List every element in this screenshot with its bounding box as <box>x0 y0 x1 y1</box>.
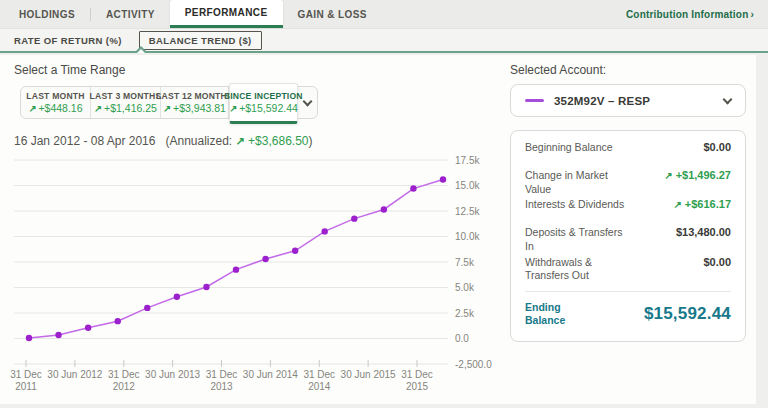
svg-text:12.5k: 12.5k <box>455 206 480 217</box>
summary-amount: +$616.17 <box>685 198 731 210</box>
svg-text:17.5k: 17.5k <box>455 155 480 166</box>
contribution-information-link[interactable]: Contribution Information› <box>626 9 754 20</box>
tab-holdings[interactable]: HOLDINGS <box>4 0 90 28</box>
time-range-last-3-months[interactable]: LAST 3 MONTHS ↗+$1,416.25 <box>91 87 161 118</box>
ending-balance-label: Ending Balance <box>525 301 585 328</box>
tab-holdings-label: HOLDINGS <box>19 9 75 20</box>
svg-text:2.5k: 2.5k <box>455 308 475 319</box>
summary-divider <box>525 291 731 292</box>
annualized-close: ) <box>309 134 313 148</box>
series-color-swatch <box>525 99 544 102</box>
subtab-rate-of-return[interactable]: RATE OF RETURN (%) <box>14 35 122 46</box>
summary-row-withdrawals-transfers-out: Withdrawals & Transfers Out $0.00 <box>525 256 731 283</box>
trend-up-icon: ↗ <box>673 199 681 210</box>
summary-row-label: Interests & Dividends <box>525 198 630 212</box>
svg-text:31 Dec2015: 31 Dec2015 <box>401 369 433 392</box>
tab-performance[interactable]: PERFORMANCE <box>170 0 283 28</box>
tab-gain-loss-label: GAIN & LOSS <box>298 9 367 20</box>
tab-performance-label: PERFORMANCE <box>185 7 268 18</box>
time-range-amount: +$1,416.25 <box>104 102 157 114</box>
summary-row-value: $13,480.00 <box>676 226 731 238</box>
time-range-button-group: LAST MONTH ↗+$448.16 LAST 3 MONTHS ↗+$1,… <box>20 86 318 119</box>
time-range-last-12-months[interactable]: LAST 12 MONTHS ↗+$3,943.81 <box>161 87 229 118</box>
time-range-amount: +$448.16 <box>38 102 82 114</box>
chevron-down-icon <box>723 95 733 105</box>
annualized-label: (Annualized: <box>165 134 232 148</box>
trend-up-icon: ↗ <box>229 103 237 114</box>
tab-activity[interactable]: ACTIVITY <box>91 0 170 28</box>
svg-text:30 Jun 2014: 30 Jun 2014 <box>243 369 298 380</box>
svg-text:30 Jun 2013: 30 Jun 2013 <box>145 369 200 380</box>
time-range-label: SINCE INCEPTION <box>224 91 302 101</box>
svg-text:0.0: 0.0 <box>455 333 469 344</box>
balance-trend-chart: 17.5k15.0k12.5k10.0k7.5k5.0k2.5k0.0-2,50… <box>0 150 500 402</box>
period-summary: 16 Jan 2012 - 08 Apr 2016 (Annualized: ↗… <box>14 134 313 148</box>
time-range-value: ↗+$15,592.44 <box>229 102 298 114</box>
svg-text:30 Jun 2015: 30 Jun 2015 <box>341 369 396 380</box>
tab-activity-label: ACTIVITY <box>106 9 155 20</box>
time-range-amount: +$3,943.81 <box>173 102 226 114</box>
time-range-label: LAST 3 MONTHS <box>90 91 162 101</box>
selected-subtab-caret-inner <box>137 49 145 53</box>
tab-gain-loss[interactable]: GAIN & LOSS <box>283 0 382 28</box>
summary-row-interests-dividends: Interests & Dividends ↗+$616.17 <box>525 198 731 224</box>
summary-row-label: Withdrawals & Transfers Out <box>525 256 630 283</box>
summary-row-value: ↗+$1,496.27 <box>664 169 731 181</box>
subtab-balance-trend[interactable]: BALANCE TREND ($) <box>139 31 262 50</box>
chevron-right-icon: › <box>750 9 754 20</box>
time-range-last-month[interactable]: LAST MONTH ↗+$448.16 <box>21 87 91 118</box>
balance-trend-chart-area: 17.5k15.0k12.5k10.0k7.5k5.0k2.5k0.0-2,50… <box>0 150 500 402</box>
summary-row-label: Deposits & Transfers In <box>525 226 630 253</box>
time-range-label: LAST 12 MONTHS <box>156 91 233 101</box>
account-name: 352M92V – RESP <box>554 95 650 107</box>
performance-screen: HOLDINGS ACTIVITY PERFORMANCE GAIN & LOS… <box>0 0 768 408</box>
summary-row-change-market-value: Change in Market Value ↗+$1,496.27 <box>525 169 731 196</box>
trend-up-icon: ↗ <box>94 103 102 114</box>
trend-up-icon: ↗ <box>664 170 672 181</box>
page-bottom-margin <box>0 404 768 408</box>
summary-row-value: $0.00 <box>703 256 731 268</box>
svg-text:31 Dec2012: 31 Dec2012 <box>108 369 140 392</box>
time-range-label: LAST MONTH <box>26 91 84 101</box>
summary-row-value: ↗+$616.17 <box>673 198 731 210</box>
period-range: 16 Jan 2012 - 08 Apr 2016 <box>14 134 155 148</box>
summary-amount: +$1,496.27 <box>676 169 731 181</box>
svg-text:31 Dec2014: 31 Dec2014 <box>303 369 335 392</box>
summary-row-value: $0.00 <box>703 141 731 153</box>
time-range-title: Select a Time Range <box>14 63 125 77</box>
trend-up-icon: ↗ <box>28 103 36 114</box>
trend-up-icon: ↗ <box>236 135 245 147</box>
svg-text:31 Dec2011: 31 Dec2011 <box>10 369 42 392</box>
svg-text:30 Jun 2012: 30 Jun 2012 <box>47 369 102 380</box>
time-range-since-inception[interactable]: SINCE INCEPTION ↗+$15,592.44 <box>229 83 298 124</box>
account-dropdown[interactable]: 352M92V – RESP <box>510 84 746 117</box>
summary-row-ending-balance: Ending Balance $15,592.44 <box>525 301 731 328</box>
sub-tab-bar: RATE OF RETURN (%) BALANCE TREND ($) <box>0 29 768 53</box>
summary-row-deposits-transfers-in: Deposits & Transfers In $13,480.00 <box>525 226 731 253</box>
contribution-link-label: Contribution Information <box>626 9 749 20</box>
svg-text:10.0k: 10.0k <box>455 231 480 242</box>
svg-text:7.5k: 7.5k <box>455 257 475 268</box>
svg-text:-2,500.0: -2,500.0 <box>455 359 492 370</box>
annualized-value: +$3,686.50 <box>248 134 308 148</box>
time-range-value: ↗+$448.16 <box>28 102 82 114</box>
summary-row-label: Beginning Balance <box>525 141 630 155</box>
chevron-down-icon <box>303 96 313 106</box>
account-summary-card: Beginning Balance $0.00 Change in Market… <box>510 130 746 342</box>
time-range-amount: +$15,592.44 <box>239 102 298 114</box>
selected-account-title: Selected Account: <box>510 63 606 77</box>
svg-text:31 Dec2013: 31 Dec2013 <box>206 369 238 392</box>
main-tab-bar: HOLDINGS ACTIVITY PERFORMANCE GAIN & LOS… <box>0 0 768 29</box>
ending-balance-value: $15,592.44 <box>644 304 731 324</box>
time-range-value: ↗+$1,416.25 <box>94 102 157 114</box>
svg-text:15.0k: 15.0k <box>455 180 480 191</box>
trend-up-icon: ↗ <box>163 103 171 114</box>
time-range-value: ↗+$3,943.81 <box>163 102 226 114</box>
summary-row-beginning-balance: Beginning Balance $0.00 <box>525 141 731 167</box>
svg-text:5.0k: 5.0k <box>455 282 475 293</box>
summary-row-label: Change in Market Value <box>525 169 630 196</box>
